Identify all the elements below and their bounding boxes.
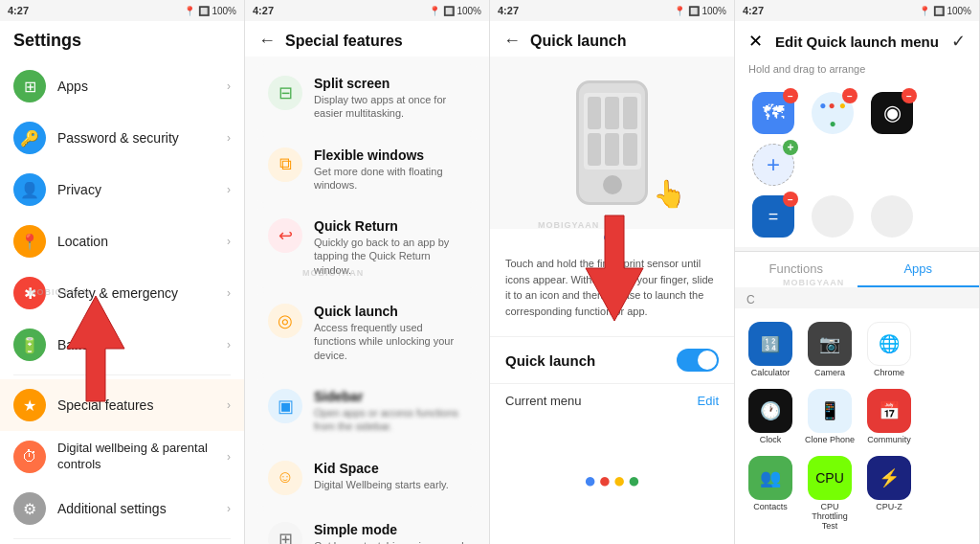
- settings-item-additional[interactable]: ⚙ Additional settings ›: [0, 483, 244, 534]
- check-icon[interactable]: ✓: [951, 31, 966, 52]
- return-title: Quick Return: [314, 218, 466, 234]
- settings-item-special[interactable]: ★ Special features ›: [0, 379, 244, 431]
- feature-sidebar[interactable]: ▣ Sidebar Open apps or access functions …: [255, 377, 479, 445]
- sidebar-title: Sidebar: [314, 389, 466, 404]
- settings-item-location[interactable]: 📍 Location ›: [0, 215, 244, 267]
- safety-chevron: ›: [227, 286, 231, 300]
- app-cell-cpu-test[interactable]: CPU CPU Throttling Test: [802, 452, 858, 534]
- app-cell-chrome[interactable]: 🌐 Chrome: [861, 318, 917, 381]
- eql-icon-assistant[interactable]: − ●● ●●: [808, 92, 858, 134]
- status-icons-1: 📍 🔲 100%: [184, 6, 236, 16]
- ql-dots: [490, 229, 734, 246]
- quick-launch-toggle[interactable]: [677, 349, 719, 372]
- ql-header: ← Quick launch: [490, 21, 734, 57]
- app-cell-contacts[interactable]: 👥 Contacts: [743, 452, 798, 534]
- ql-current-menu: Current menu Edit: [490, 383, 734, 418]
- location-icon: 📍: [13, 225, 46, 258]
- battery-icon: 🔋: [13, 329, 46, 361]
- app-cell-clock[interactable]: 🕐 Clock: [743, 385, 798, 448]
- quicklaunch-text: Quick launch Access frequently used func…: [314, 304, 466, 362]
- settings-item-apps[interactable]: ⊞ Apps ›: [0, 60, 244, 112]
- quicklaunch-title: Quick launch: [314, 304, 466, 319]
- google-dots: ● ● ● ●: [584, 468, 640, 493]
- digital-label: Digital wellbeing & parental controls: [57, 441, 227, 473]
- plus-badge[interactable]: +: [783, 140, 798, 155]
- eql-icon-ghost1: [808, 195, 858, 238]
- eql-tabs: Functions Apps: [735, 251, 979, 287]
- time-2: 4:27: [253, 5, 274, 16]
- app-cell-camera[interactable]: 📷 Camera: [802, 318, 858, 381]
- community-label: Community: [867, 435, 911, 444]
- minus-badge-calc[interactable]: −: [783, 192, 798, 207]
- password-icon: 🔑: [13, 122, 46, 154]
- clonephone-label: Clone Phone: [805, 435, 855, 444]
- status-bar-4: 4:27 📍 🔲 100%: [735, 0, 979, 21]
- ql-description: Touch and hold the fingerprint sensor un…: [490, 246, 734, 329]
- eql-icon-calc[interactable]: − =: [748, 195, 798, 238]
- feature-return[interactable]: ↩ Quick Return Quickly go back to an app…: [255, 207, 479, 288]
- app-cell-community[interactable]: 📅 Community: [861, 385, 917, 448]
- feature-flexible[interactable]: ⧉ Flexible windows Get more done with fl…: [255, 136, 479, 204]
- divider-1: [13, 374, 231, 375]
- location-label: Location: [57, 233, 227, 250]
- sidebar-icon: ▣: [268, 389, 302, 423]
- password-label: Password & security: [57, 129, 227, 147]
- location-chevron: ›: [227, 235, 231, 248]
- kidspace-text: Kid Space Digital Wellbeing starts early…: [314, 461, 449, 491]
- time-3: 4:27: [498, 5, 519, 16]
- quick-launch-panel: 4:27 📍 🔲 100% ← Quick launch 👆: [490, 0, 735, 544]
- close-icon[interactable]: ✕: [748, 31, 763, 52]
- minus-badge-maps[interactable]: −: [783, 88, 798, 103]
- back-arrow-2[interactable]: ←: [258, 31, 276, 51]
- community-icon: 📅: [867, 389, 911, 433]
- settings-item-privacy[interactable]: 👤 Privacy ›: [0, 164, 244, 215]
- eql-icon-add-slot[interactable]: + +: [748, 144, 798, 186]
- kidspace-desc: Digital Wellbeing starts early.: [314, 478, 449, 491]
- tab-apps[interactable]: Apps: [858, 252, 980, 287]
- settings-item-password[interactable]: 🔑 Password & security ›: [0, 112, 244, 164]
- app-cell-clonephone[interactable]: 📱 Clone Phone: [802, 385, 858, 448]
- feature-split[interactable]: ⊟ Split screen Display two apps at once …: [255, 64, 479, 132]
- feature-simple[interactable]: ⊞ Simple mode Get larger text, bigger ic…: [255, 510, 479, 544]
- status-bar-1: 4:27 📍 🔲 100%: [0, 0, 244, 21]
- app-cell-cpuz[interactable]: ⚡ CPU-Z: [861, 452, 917, 534]
- status-icons-4: 📍 🔲 100%: [919, 6, 971, 16]
- battery-chevron: ›: [227, 338, 231, 351]
- status-icons-2: 📍 🔲 100%: [429, 6, 481, 16]
- eql-title: Edit Quick launch menu: [775, 34, 939, 50]
- eql-icon-maps[interactable]: − 🗺: [748, 92, 798, 134]
- minus-badge-camera-dark[interactable]: −: [902, 88, 917, 103]
- tab-functions[interactable]: Functions: [735, 252, 858, 287]
- feature-kidspace[interactable]: ☺ Kid Space Digital Wellbeing starts ear…: [255, 449, 479, 507]
- digital-chevron: ›: [227, 450, 231, 464]
- camera-label: Camera: [814, 368, 845, 377]
- ghost2-icon-img: [871, 195, 913, 238]
- calculator-icon: 🔢: [748, 322, 792, 366]
- eql-icon-camera-dark[interactable]: − ◉: [867, 92, 917, 134]
- divider-2: [13, 538, 231, 539]
- settings-item-digital[interactable]: ⏱ Digital wellbeing & parental controls …: [0, 431, 244, 483]
- settings-item-battery[interactable]: 🔋 Battery ›: [0, 319, 244, 371]
- eql-top-grid: − 🗺 − ●● ●● − ◉ + +: [735, 82, 979, 192]
- minus-badge-assistant[interactable]: −: [842, 88, 858, 103]
- app-cell-calculator[interactable]: 🔢 Calculator: [743, 318, 798, 381]
- status-bar-3: 4:27 📍 🔲 100%: [490, 0, 734, 21]
- split-icon: ⊟: [268, 76, 302, 110]
- simple-icon: ⊞: [268, 522, 302, 544]
- camera-icon: 📷: [808, 322, 852, 366]
- clock-label: Clock: [760, 435, 782, 444]
- cpuz-label: CPU-Z: [876, 502, 902, 511]
- ql-bottom: ● ● ● ●: [490, 418, 734, 544]
- privacy-icon: 👤: [13, 173, 46, 206]
- sidebar-desc: Open apps or access functions from the s…: [314, 406, 466, 434]
- password-chevron: ›: [227, 131, 231, 145]
- back-arrow-3[interactable]: ←: [503, 31, 521, 51]
- flexible-title: Flexible windows: [314, 147, 466, 163]
- edit-link[interactable]: Edit: [698, 394, 719, 408]
- feature-quicklaunch[interactable]: ◎ Quick launch Access frequently used fu…: [255, 292, 479, 374]
- settings-item-safety[interactable]: ✱ Safety & emergency ›: [0, 267, 244, 319]
- additional-icon: ⚙: [13, 492, 46, 525]
- ql-toggle-row: Quick launch: [490, 336, 734, 383]
- status-bar-2: 4:27 📍 🔲 100%: [245, 0, 489, 21]
- special-chevron: ›: [227, 398, 231, 412]
